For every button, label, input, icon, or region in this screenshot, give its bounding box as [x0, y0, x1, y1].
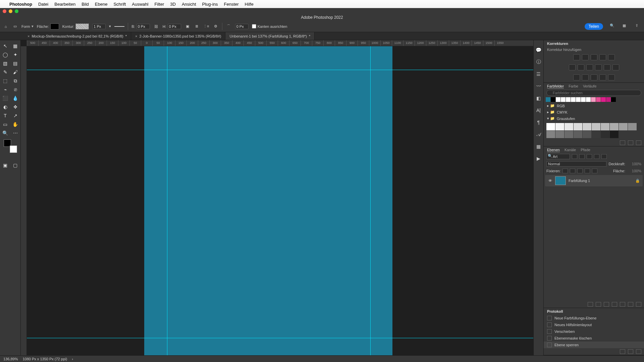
search-icon[interactable]: 🔍 — [610, 23, 616, 29]
new-layer-icon[interactable] — [628, 302, 633, 307]
menu-window[interactable]: Fenster — [224, 2, 239, 7]
delete-layer-icon[interactable] — [636, 302, 641, 307]
swatch-group-cmyk[interactable]: ▸ 📁 CMYK — [544, 109, 644, 115]
new-group-icon[interactable] — [620, 140, 625, 145]
foreground-background-colors[interactable] — [4, 139, 17, 153]
curves-icon[interactable] — [591, 54, 597, 60]
vertical-ruler[interactable] — [21, 46, 27, 355]
layer-style-icon[interactable] — [596, 302, 601, 307]
home-icon[interactable]: ⌂ — [3, 23, 9, 29]
color-balance-icon[interactable] — [578, 64, 584, 70]
menu-plugins[interactable]: Plug-ins — [202, 2, 218, 7]
link-layers-icon[interactable] — [588, 302, 593, 307]
share-button[interactable]: Teilen — [585, 23, 603, 30]
gradient-tool[interactable]: ⬛ — [0, 94, 10, 103]
levels-icon[interactable] — [582, 54, 589, 60]
type-tool[interactable]: T — [0, 111, 10, 120]
history-state[interactable]: Neues Hilfslinienlayout — [544, 321, 644, 328]
zoom-level[interactable]: 136,89% — [3, 357, 18, 361]
glyphs-panel-icon[interactable]: 𝒜 — [536, 131, 542, 137]
properties-panel-icon[interactable]: ☰ — [536, 71, 542, 77]
guide-horizontal[interactable] — [27, 338, 533, 338]
fill-color-picker[interactable] — [50, 23, 59, 29]
swatch[interactable] — [596, 97, 601, 102]
move-tool[interactable]: ↖ — [0, 42, 10, 50]
path-selection-tool[interactable]: ↗ — [10, 111, 20, 120]
color-lookup-icon[interactable] — [612, 64, 619, 70]
swatch[interactable] — [574, 131, 582, 138]
close-tab-icon[interactable]: × — [28, 34, 30, 38]
vibrance-icon[interactable] — [608, 54, 615, 60]
comments-panel-icon[interactable]: 💬 — [536, 47, 542, 53]
invert-icon[interactable] — [573, 74, 580, 80]
history-brush-tool[interactable]: ⌁ — [0, 85, 10, 94]
brush-tool[interactable]: ⬚ — [0, 76, 10, 85]
history-state[interactable]: Verschieben — [544, 328, 644, 335]
align-edges-checkbox[interactable]: Kanten ausrichten — [252, 24, 287, 28]
eraser-tool[interactable]: ⎚ — [10, 85, 20, 94]
lock-pixels-icon[interactable] — [570, 169, 575, 173]
swatch[interactable] — [551, 97, 555, 102]
history-state[interactable]: Ebenenmaske löschen — [544, 335, 644, 342]
menu-help[interactable]: Hilfe — [245, 2, 254, 7]
gradient-map-icon[interactable] — [599, 74, 606, 80]
menu-layer[interactable]: Ebene — [95, 2, 108, 7]
swatch[interactable] — [556, 97, 560, 102]
guide-vertical[interactable] — [370, 46, 371, 355]
adjustment-layer-icon[interactable] — [612, 302, 617, 307]
path-alignment-icon[interactable]: ≣ — [194, 23, 200, 29]
history-state[interactable]: Neue Farbfüllungs-Ebene — [544, 315, 644, 321]
menu-edit[interactable]: Bearbeiten — [54, 2, 75, 7]
document-tab[interactable]: ×2-Job-Banner-1080x1350.psd bei 135% (RG… — [131, 32, 225, 40]
hand-tool[interactable]: ✋ — [10, 120, 20, 129]
new-group-icon[interactable] — [620, 302, 625, 307]
app-name[interactable]: Photoshop — [9, 2, 32, 7]
history-state[interactable]: Ebene sperren — [544, 342, 644, 348]
swatch[interactable] — [546, 97, 550, 102]
swatch[interactable] — [574, 123, 582, 130]
menu-image[interactable]: Bild — [82, 2, 89, 7]
swatch[interactable] — [592, 123, 600, 130]
stroke-width-input[interactable] — [92, 24, 106, 29]
menu-file[interactable]: Datei — [38, 2, 48, 7]
swatch[interactable] — [606, 97, 611, 102]
menu-select[interactable]: Auswahl — [132, 2, 148, 7]
swatch[interactable] — [555, 131, 564, 138]
filter-pixel-icon[interactable] — [572, 154, 577, 159]
zoom-tool[interactable]: 🔍 — [0, 129, 10, 137]
swatch[interactable] — [619, 123, 628, 130]
stroke-color-picker[interactable] — [75, 23, 89, 29]
width-input[interactable] — [137, 24, 150, 29]
swatches-search-input[interactable] — [546, 90, 641, 96]
delete-swatch-icon[interactable] — [636, 140, 641, 145]
layer-mask-icon[interactable] — [604, 302, 609, 307]
magic-wand-tool[interactable]: ✦ — [10, 50, 20, 59]
clone-stamp-tool[interactable]: ⧉ — [10, 76, 20, 85]
pen-tool[interactable]: ✥ — [10, 103, 20, 111]
swatch[interactable] — [565, 131, 573, 138]
threshold-icon[interactable] — [591, 74, 597, 80]
swatch[interactable] — [546, 131, 555, 138]
stroke-style-picker[interactable] — [114, 26, 124, 27]
brightness-contrast-icon[interactable] — [573, 54, 580, 60]
tab-channels[interactable]: Kanäle — [565, 148, 576, 152]
new-swatch-icon[interactable] — [628, 140, 633, 145]
swatch[interactable] — [583, 123, 591, 130]
document-dimensions[interactable]: 1080 Px x 1350 Px (72 ppi) — [22, 357, 67, 361]
tab-layers[interactable]: Ebenen — [547, 148, 560, 152]
swatch[interactable] — [566, 97, 571, 102]
path-arrangement-icon[interactable]: ⋮≡ — [203, 23, 209, 29]
horizontal-ruler[interactable]: 5004504003503002502001501005005010015020… — [27, 40, 533, 46]
canvas-stage[interactable] — [27, 46, 533, 355]
tab-paths[interactable]: Pfade — [581, 148, 590, 152]
exposure-icon[interactable] — [599, 54, 606, 60]
menu-type[interactable]: Schrift — [113, 2, 126, 7]
workspace-switcher-icon[interactable]: ▦ — [623, 23, 629, 29]
rectangle-tool[interactable]: ▭ — [0, 120, 10, 129]
photo-filter-icon[interactable] — [595, 64, 602, 70]
link-wh-icon[interactable]: ⛓ — [153, 23, 159, 29]
swatch[interactable] — [581, 97, 586, 102]
path-operations-icon[interactable]: ▣ — [184, 23, 191, 29]
shape-tool-icon[interactable]: ▭ — [12, 23, 18, 29]
paragraph-panel-icon[interactable]: ¶ — [536, 119, 542, 125]
